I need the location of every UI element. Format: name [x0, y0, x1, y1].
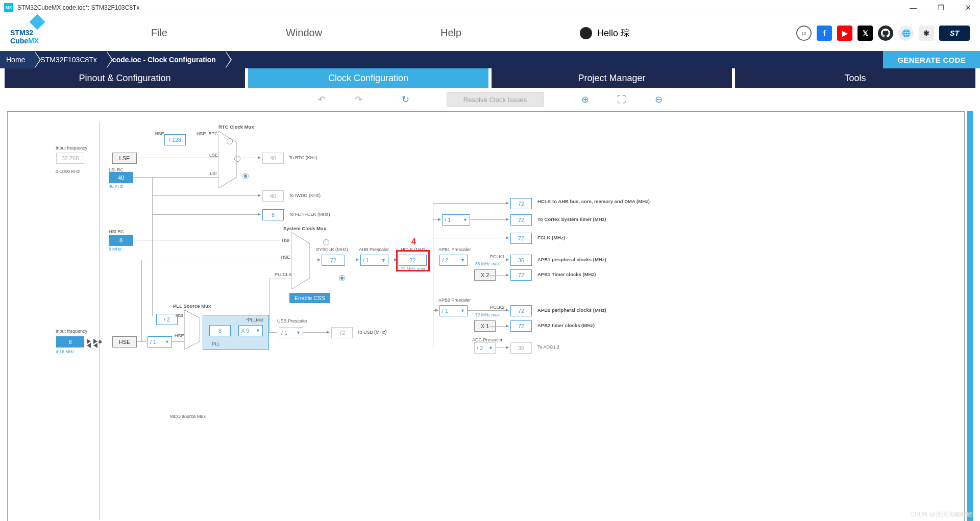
pll-mul-select[interactable]: X 9▼	[238, 325, 263, 336]
lbl-hclk-ahb: HCLK to AHB bus, core, memory and DMA (M…	[537, 199, 599, 204]
cortex-prescaler[interactable]: / 1▼	[442, 214, 470, 226]
main-tabs: Pinout & Configuration Clock Configurati…	[0, 68, 980, 88]
zoom-out-button[interactable]: ⊖	[653, 94, 664, 105]
lbl-range-mhz: 4-16 MHz	[56, 349, 75, 354]
rtc-hse-divider[interactable]: / 128	[164, 134, 186, 145]
hsi-value: 8	[109, 235, 133, 246]
resolve-clock-button: Resolve Clock Issues	[447, 92, 544, 107]
menu-window[interactable]: Window	[286, 27, 322, 39]
rtc-lsi-radio[interactable]	[242, 173, 249, 179]
lbl-inputfreq-hse: Input frequency	[56, 329, 87, 334]
menu-help[interactable]: Help	[440, 27, 461, 39]
close-button[interactable]: ✕	[961, 2, 976, 13]
x-icon[interactable]: 𝕏	[857, 26, 873, 41]
breadcrumb-page[interactable]: code.ioc - Clock Configuration	[106, 51, 225, 68]
facebook-icon[interactable]: f	[817, 26, 832, 41]
maximize-button[interactable]: ❐	[933, 2, 948, 13]
lbl-cortex: To Cortex System timer (MHz)	[537, 216, 606, 222]
menu-file[interactable]: File	[151, 27, 167, 39]
hse-input-value[interactable]: 8	[56, 336, 84, 348]
lbl-apb2t: APB2 timer clocks (MHz)	[537, 322, 595, 328]
lbl-apb1p: APB1 peripheral clocks (MHz)	[537, 257, 606, 262]
zoom-in-button[interactable]: ⊕	[579, 94, 591, 105]
hclk-highlight	[396, 250, 430, 271]
lbl-hsi3: HSI	[176, 313, 183, 318]
youtube-icon[interactable]: ▶	[837, 26, 852, 41]
tab-tools[interactable]: Tools	[735, 68, 975, 88]
lbl-40khz: 40 KHz	[109, 184, 123, 189]
lbl-lsi: LSI	[210, 171, 217, 176]
sysclk-pllclk-radio[interactable]	[339, 275, 345, 281]
lsi-value: 40	[109, 172, 133, 183]
hse-prescaler[interactable]: / 1▼	[148, 336, 172, 348]
app-icon: MX	[4, 3, 13, 12]
lbl-fclk: FCLK (MHz)	[537, 235, 565, 240]
lbl-lse: LSE	[209, 153, 218, 158]
lbl-hsi-rc: HSI RC	[109, 229, 125, 234]
lbl-hse2: HSE	[281, 255, 290, 260]
lbl-usb-pre: USB Prescaler	[277, 318, 307, 324]
lse-box[interactable]: LSE	[112, 153, 137, 164]
adc-out-value: 36	[510, 342, 532, 354]
github-icon[interactable]	[878, 26, 893, 41]
rtc-hse-radio[interactable]	[227, 138, 233, 144]
fit-button[interactable]: ⛶	[616, 94, 627, 105]
rtc-mux-label: RTC Clock Mux	[218, 124, 254, 130]
st-logo-icon[interactable]: ST	[939, 26, 970, 41]
lbl-adc: ADC Prescaler	[472, 337, 503, 342]
refresh-button[interactable]: ↻	[400, 94, 411, 105]
fclk-value: 72	[510, 233, 532, 244]
user-greeting: Hello 琮	[597, 27, 630, 39]
annotation-4: 4	[411, 237, 416, 246]
breadcrumb-chip[interactable]: STM32F103C8Tx	[34, 51, 106, 68]
pclk1-value: 36	[510, 255, 532, 266]
apb1-prescaler[interactable]: / 2▼	[439, 255, 468, 266]
minimize-button[interactable]: —	[905, 2, 921, 13]
award-icon[interactable]: 10	[796, 26, 812, 41]
lbl-sysclk: SYSCLK (MHz)	[316, 247, 348, 252]
generate-code-button[interactable]: GENERATE CODE	[883, 51, 980, 68]
vertical-scrollbar[interactable]	[967, 111, 973, 521]
clock-diagram-canvas[interactable]: RTC Clock Mux HSE / 128 HSE_RTC LSE LSI …	[7, 111, 965, 521]
header: STM32 CubeMX File Window Help Hello 琮 10…	[0, 15, 980, 51]
enable-css-button[interactable]: Enable CSS	[289, 293, 330, 303]
lbl-to-adc: To ADC1,2	[537, 344, 559, 350]
rtc-out-value: 40	[262, 153, 284, 164]
lbl-pllclk: PLLCLK	[275, 272, 292, 277]
lbl-hsi2: HSI	[282, 238, 289, 243]
tab-project[interactable]: Project Manager	[492, 68, 732, 88]
lbl-apb2p: APB2 peripheral clocks (MHz)	[537, 307, 606, 313]
title-bar: MX STM32CubeMX code.ioc*: STM32F103C8Tx …	[0, 0, 980, 15]
tab-clock[interactable]: Clock Configuration	[248, 68, 488, 88]
ahb-prescaler[interactable]: / 1▼	[360, 255, 388, 266]
lbl-apb1: APB1 Prescaler	[438, 247, 471, 252]
user-info[interactable]: Hello 琮	[580, 27, 630, 39]
network-icon[interactable]: ✱	[919, 26, 934, 41]
breadcrumb-home[interactable]: Home	[0, 51, 34, 68]
user-icon	[580, 27, 592, 39]
adc-prescaler[interactable]: / 2▼	[474, 342, 496, 354]
rtc-lse-radio[interactable]	[234, 156, 240, 162]
svg-marker-2	[184, 310, 200, 350]
lbl-hse-rtc: HSE_RTC	[197, 131, 218, 136]
cortex-value: 72	[510, 214, 532, 226]
redo-button[interactable]: ↷	[353, 94, 364, 105]
logo: STM32 CubeMX	[10, 21, 61, 45]
pll-mux-label: PLL Source Mux	[173, 303, 211, 309]
hse-box[interactable]: HSE	[112, 336, 137, 348]
apb2-prescaler[interactable]: / 1▼	[439, 305, 468, 316]
wiki-icon[interactable]: 🌐	[898, 26, 914, 41]
sysclk-mux-label: System Clock Mux	[283, 226, 326, 231]
lbl-ahb: AHB Prescaler	[359, 247, 389, 252]
sysclk-hsi-radio[interactable]	[323, 239, 329, 245]
tab-pinout[interactable]: Pinout & Configuration	[5, 68, 245, 88]
undo-button[interactable]: ↶	[316, 94, 327, 105]
pclk2-value: 72	[510, 305, 532, 316]
breadcrumb-row: Home STM32F103C8Tx code.ioc - Clock Conf…	[0, 51, 980, 68]
apb1t-value: 72	[510, 269, 532, 281]
lbl-to-rtc: To RTC (KHz)	[289, 155, 317, 160]
usb-prescaler[interactable]: / 1▼	[279, 327, 303, 338]
lbl-pll: PLL	[212, 341, 220, 346]
lbl-mco: MCO source Mux	[170, 414, 206, 419]
sysclk-value[interactable]: 72	[322, 255, 345, 266]
